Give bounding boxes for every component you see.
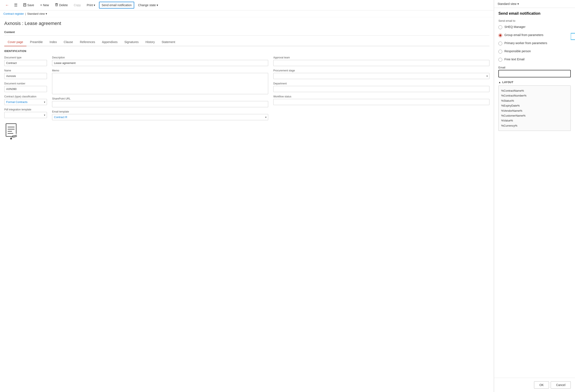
layout-field-expiry-date: %ExpiryDate% [501,103,568,108]
document-number-input[interactable] [4,86,47,92]
layout-field-contract-name: %ContractName% [501,88,568,93]
tab-clause[interactable]: Clause [60,38,77,46]
sharepoint-url-field: SharePoint URL [52,97,268,107]
name-label: Name [4,69,47,72]
copy-button[interactable]: Copy [72,2,83,8]
menu-button[interactable]: ☰ [12,2,19,8]
department-field: Department [273,82,489,92]
delete-button[interactable]: Delete [53,2,70,8]
contract-classification-select[interactable]: Formal Contracts [4,99,47,105]
department-input[interactable] [273,86,489,92]
radio-responsible-label[interactable]: Responsible person [504,49,531,53]
tabs-container: Cover page Preamble Index Clause Referen… [4,38,489,46]
layout-header[interactable]: ▲ LAYOUT [498,81,571,84]
print-chevron-icon: ▾ [94,3,95,7]
ok-button[interactable]: OK [534,381,549,389]
right-panel: Standard view ▾ Send email notification … [494,0,575,392]
layout-section: ▲ LAYOUT %ContractName% %ContractNumber%… [498,81,571,131]
pdf-integration-label: Pdf integration template [4,108,47,111]
pdf-integration-select-wrapper: ▾ [4,112,47,118]
approval-team-input[interactable] [273,60,489,66]
delete-icon [55,3,58,7]
panel-title: Send email notification [498,11,571,16]
new-button[interactable]: + New [38,2,51,8]
approval-team-label: Approval team [273,56,489,59]
svg-marker-17 [571,30,575,43]
description-label: Description [52,56,268,59]
svg-rect-4 [56,4,57,6]
layout-field-value: %Value% [501,118,568,123]
layout-field-status: %Status% [501,98,568,103]
contract-classification-field: Contract (type) classification Formal Co… [4,95,47,105]
contract-register-link[interactable]: Contract register [3,12,24,15]
view-selector[interactable]: Standard view ▾ [27,12,47,15]
document-type-input[interactable] [4,60,47,66]
department-label: Department [273,82,489,85]
procurement-stage-field: Procurement stage ▾ [273,69,489,79]
tab-cover-page[interactable]: Cover page [4,38,26,46]
procurement-stage-select[interactable] [273,73,489,79]
right-panel-top-bar[interactable]: Standard view ▾ [494,0,575,8]
radio-group-email-label[interactable]: Group email from parameters [504,33,543,37]
new-icon: + [40,3,42,7]
svg-rect-2 [24,5,26,6]
svg-rect-1 [24,3,25,4]
contract-classification-label: Contract (type) classification [4,95,47,98]
send-email-button[interactable]: Send email notification [99,2,134,8]
tab-appendixes[interactable]: Appendixes [98,38,121,46]
tab-history[interactable]: History [142,38,158,46]
contract-classification-select-wrapper: Formal Contracts ▾ [4,99,47,105]
send-to-section: Send email to SHEQ Manager Group email f… [498,19,571,63]
radio-responsible-input[interactable] [498,50,502,53]
send-to-label: Send email to [498,19,571,22]
cancel-button[interactable]: Cancel [551,381,571,389]
back-button[interactable]: ← [3,2,11,8]
radio-responsible: Responsible person [498,48,571,54]
description-input[interactable] [52,60,268,66]
section-header: Content [4,28,489,36]
radio-free-text-label[interactable]: Free text Email [504,57,525,62]
print-button[interactable]: Print ▾ [84,2,97,8]
description-field: Description [52,56,268,66]
layout-field-contract-number: %ContractNumber% [501,93,568,98]
radio-sheq-label[interactable]: SHEQ Manager [504,25,526,29]
layout-field-currency: %Currency% [501,123,568,128]
sharepoint-url-input[interactable] [52,101,268,107]
procurement-stage-label: Procurement stage [273,69,489,72]
toolbar: ← ☰ Save + New [0,0,494,10]
view-chevron-icon: ▾ [46,12,47,15]
document-type-field: Document type [4,56,47,66]
sharepoint-url-label: SharePoint URL [52,97,268,100]
pdf-integration-select[interactable] [4,112,47,118]
standard-view-chevron-icon: ▾ [517,2,519,5]
layout-label: LAYOUT [502,81,513,84]
tab-signatures[interactable]: Signatures [121,38,142,46]
breadcrumb-sep: | [25,12,26,15]
memo-input[interactable] [52,73,268,94]
radio-primary-worker-label[interactable]: Primary worker from parameters [504,41,547,45]
workflow-status-field: Workflow status [273,95,489,105]
tab-references[interactable]: References [76,38,98,46]
tab-index[interactable]: Index [46,38,60,46]
tab-statements[interactable]: Statement [158,38,179,46]
name-field: Name [4,69,47,79]
workflow-status-input[interactable] [273,99,489,105]
name-input[interactable] [4,73,47,79]
document-icon [4,123,47,140]
identification-label: IDENTIFICATION [4,50,489,53]
left-panel: ← ☰ Save + New [0,0,494,392]
form-grid: Document type Name Document number Contr… [4,56,489,140]
save-button[interactable]: Save [21,2,36,8]
radio-sheq-input[interactable] [498,25,502,29]
radio-group-email-input[interactable] [498,33,502,37]
change-state-button[interactable]: Change state ▾ [136,2,160,8]
svg-rect-16 [10,138,12,139]
radio-free-text-input[interactable] [498,58,502,62]
email-template-select[interactable]: Contract R [52,114,268,120]
tab-preamble[interactable]: Preamble [26,38,46,46]
email-input[interactable] [498,70,571,77]
memo-label: Memo [52,69,268,72]
email-template-label: Email template [52,110,268,113]
document-type-label: Document type [4,56,47,59]
radio-primary-worker-input[interactable] [498,42,502,45]
